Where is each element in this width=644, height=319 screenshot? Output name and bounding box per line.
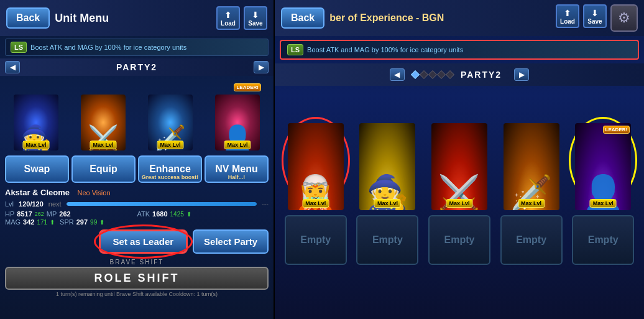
right-unit-figure-2: 🧙 (359, 123, 415, 210)
right-leader-badge: LEADER! (603, 126, 630, 134)
unit-slot-3[interactable]: 🗡️ Max Lvl (145, 82, 195, 150)
right-unit-5-max-lvl: Max Lvl (590, 199, 617, 208)
empty-slot-2[interactable]: Empty (356, 215, 418, 265)
enhance-button[interactable]: Enhance Great success boost! (138, 155, 202, 183)
unit-slot-4[interactable]: 👤 Max Lvl LEADER! (213, 82, 262, 150)
role-shift-button[interactable]: ROLE SHIFT (5, 267, 269, 290)
settings-button[interactable]: ⚙ (610, 4, 638, 32)
ls-text-right: Boost ATK and MAG by 100% for ice catego… (307, 46, 463, 53)
unit-menu-label: Unit Menu (55, 12, 211, 25)
right-unit-slot-4[interactable]: 🗡️ Max Lvl (500, 95, 563, 210)
unit-3-max-lvl: Max Lvl (157, 141, 183, 149)
brave-shift-label: BRAVE SHIFT (5, 259, 269, 266)
save-arrow-icon: ⬇ (252, 10, 259, 20)
empty-slot-4[interactable]: Empty (500, 215, 563, 265)
action-buttons: Swap Equip Enhance Great success boost! … (0, 150, 274, 185)
atk-stat: ATK 1680 1425 ⬆ (137, 210, 269, 218)
unit-5-container: 👤 Max Lvl LEADER! (575, 123, 631, 210)
party-bar-right: ◀ PARTY2 ▶ (275, 63, 644, 86)
party-dot-2[interactable] (420, 70, 428, 79)
party-nav-right[interactable]: ▶ (254, 61, 269, 73)
action-btns-row: Set as Leader Select Party (0, 227, 274, 256)
empty-label-1: Empty (300, 234, 331, 246)
ls-badge-right: LS (287, 44, 303, 55)
equip-button[interactable]: Equip (71, 155, 136, 183)
empty-label-2: Empty (372, 234, 403, 246)
right-unit-slot-5[interactable]: 👤 Max Lvl LEADER! (572, 95, 634, 210)
empty-slot-1[interactable]: Empty (285, 215, 347, 265)
stats-grid: HP 8517 262 MP 262 ATK 1680 1425 ⬆ MAG 3… (0, 209, 274, 227)
lvl-row: Lvl 120/120 next --- (0, 199, 274, 209)
right-party-nav-right[interactable]: ▶ (514, 68, 529, 81)
empty-label-4: Empty (516, 234, 546, 246)
party-dot-3[interactable] (428, 70, 437, 79)
unit-slot-1[interactable]: 🧙 Max Lvl (11, 82, 61, 150)
right-save-button[interactable]: ⬇ Save (583, 4, 607, 28)
ls-text-left: Boost ATK and MAG by 100% for ice catego… (30, 44, 186, 51)
ls-badge-left: LS (11, 42, 27, 53)
mag-stat: MAG 342 171 ⬆ SPR 297 99 ⬆ (5, 218, 137, 226)
lvl-bar (67, 202, 257, 206)
load-button[interactable]: ⬆ Load (216, 6, 240, 30)
right-unit-4-max-lvl: Max Lvl (518, 199, 545, 208)
right-unit-1-max-lvl: Max Lvl (302, 199, 329, 208)
right-unit-figure-4: 🗡️ (504, 123, 559, 210)
unit-info: Akstar & Cleome Neo Vision (0, 185, 274, 199)
lvl-next: next (48, 200, 62, 208)
party-dot-1[interactable] (411, 70, 420, 79)
right-unit-3-max-lvl: Max Lvl (446, 199, 472, 208)
right-unit-slot-3[interactable]: ⚔️ Max Lvl (428, 95, 490, 210)
lvl-bar-fill (67, 202, 257, 206)
gear-icon: ⚙ (618, 10, 630, 26)
mission-label: ber of Experience - BGN (329, 12, 551, 24)
swap-button[interactable]: Swap (5, 155, 69, 183)
select-party-button[interactable]: Select Party (193, 229, 269, 254)
brave-shift-note: 1 turn(s) remaining until Brave Shift av… (5, 291, 269, 297)
right-party-nav-left[interactable]: ◀ (390, 68, 405, 81)
neo-vision-label: Neo Vision (78, 189, 111, 196)
nv-menu-button[interactable]: NV Menu Half...! (205, 155, 269, 183)
party-label-right: PARTY2 (461, 70, 502, 80)
unit-4-max-lvl: Max Lvl (224, 141, 251, 149)
load-arrow-icon: ⬆ (224, 10, 232, 20)
units-grid-right: 🧝 Max Lvl LS BONUS 🧙 Max Lvl ⚔️ Max Lvl … (275, 86, 644, 210)
right-back-button[interactable]: Back (281, 7, 324, 29)
empty-slot-3[interactable]: Empty (428, 215, 490, 265)
left-back-button[interactable]: Back (6, 7, 50, 29)
party-label-left: PARTY2 (116, 62, 157, 72)
unit-1-container: 🧝 Max Lvl LS BONUS (288, 123, 344, 210)
set-leader-wrapper: Set as Leader (99, 229, 188, 254)
left-top-bar: Back Unit Menu ⬆ Load ⬇ Save (0, 0, 274, 36)
brave-shift-area: BRAVE SHIFT ROLE SHIFT 1 turn(s) remaini… (0, 256, 274, 298)
empty-slots-row: Empty Empty Empty Empty Empty (275, 210, 644, 265)
unit-name: Akstar & Cleome (5, 188, 70, 197)
party-dot-5[interactable] (446, 70, 454, 79)
right-panel: Back ber of Experience - BGN ⬆ Load ⬇ Sa… (275, 0, 644, 319)
lvl-value: 120/120 (19, 200, 44, 208)
hp-stat: HP 8517 262 MP 262 (5, 210, 137, 218)
right-save-arrow-icon: ⬇ (591, 8, 599, 18)
right-load-button[interactable]: ⬆ Load (556, 4, 579, 28)
save-button[interactable]: ⬇ Save (244, 6, 267, 30)
right-unit-slot-2[interactable]: 🧙 Max Lvl (356, 95, 418, 210)
party-bar-left: ◀ PARTY2 ▶ (0, 58, 274, 76)
ls-bar-left: LS Boost ATK and MAG by 100% for ice cat… (5, 39, 269, 56)
right-unit-slot-1[interactable]: 🧝 Max Lvl LS BONUS (285, 95, 347, 210)
empty-slot-5[interactable]: Empty (572, 215, 634, 265)
unit-1-max-lvl: Max Lvl (22, 141, 49, 149)
ls-bar-right: LS Boost ATK and MAG by 100% for ice cat… (280, 40, 639, 60)
empty-label-3: Empty (444, 234, 475, 246)
lvl-dash: --- (262, 200, 269, 208)
lvl-label: Lvl (5, 200, 14, 208)
right-unit-figure-5: 👤 (575, 123, 631, 210)
set-as-leader-button[interactable]: Set as Leader (99, 229, 188, 254)
units-row-left: 🧙 Max Lvl ⚔️ Max Lvl 🗡️ Max Lvl 👤 Max Lv… (0, 76, 274, 150)
right-unit-2-max-lvl: Max Lvl (374, 199, 401, 208)
leader-badge-left: LEADER! (234, 83, 261, 91)
party-nav-left[interactable]: ◀ (5, 61, 20, 73)
unit-slot-2[interactable]: ⚔️ Max Lvl (78, 82, 128, 150)
left-panel: Back Unit Menu ⬆ Load ⬇ Save LS Boost AT… (0, 0, 274, 319)
empty-label-5: Empty (588, 234, 619, 246)
unit-2-max-lvl: Max Lvl (90, 141, 116, 149)
party-dot-4[interactable] (437, 70, 446, 79)
